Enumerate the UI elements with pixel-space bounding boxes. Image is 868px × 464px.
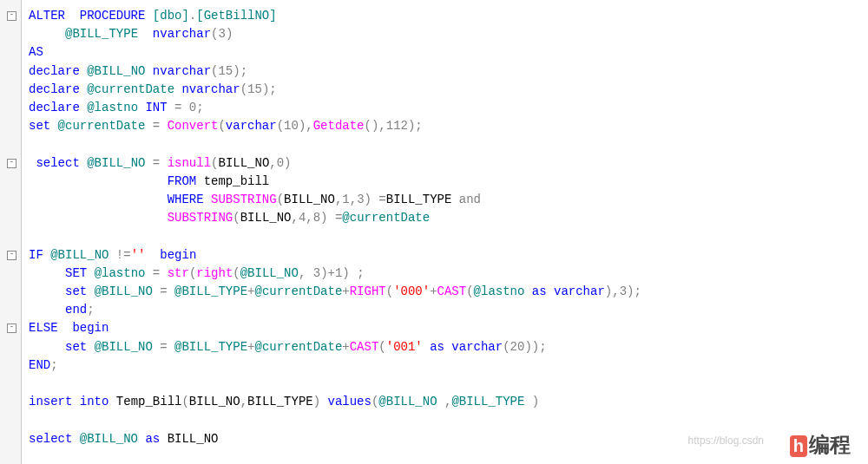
code-line[interactable]: declare @currentDate nvarchar(15);	[29, 81, 641, 99]
code-line[interactable]: AS	[29, 43, 641, 62]
brand-text: 编程	[809, 433, 851, 456]
code-editor: ---- ALTER PROCEDURE [dbo].[GetBillNO] @…	[0, 0, 868, 464]
code-area[interactable]: ALTER PROCEDURE [dbo].[GetBillNO] @BILL_…	[22, 0, 641, 464]
code-line[interactable]: declare @BILL_NO nvarchar(15);	[29, 62, 641, 81]
code-line[interactable]: select @BILL_NO = isnull(BILL_NO,0)	[29, 154, 641, 173]
code-line[interactable]: SET @lastno = str(right(@BILL_NO, 3)+1) …	[29, 265, 641, 283]
code-line[interactable]	[29, 375, 641, 393]
code-line[interactable]: set @currentDate = Convert(varchar(10),G…	[29, 117, 641, 135]
code-line[interactable]: WHERE SUBSTRING(BILL_NO,1,3) =BILL_TYPE …	[29, 191, 641, 209]
fold-toggle-icon[interactable]: -	[7, 251, 16, 260]
code-line[interactable]: select @BILL_NO as BILL_NO	[29, 430, 641, 448]
brand-logo-icon: h	[790, 435, 807, 457]
code-line[interactable]: set @BILL_NO = @BILL_TYPE+@currentDate+R…	[29, 283, 641, 301]
code-line[interactable]	[29, 135, 641, 154]
code-line[interactable]: declare @lastno INT = 0;	[29, 99, 641, 117]
code-line[interactable]: insert into Temp_Bill(BILL_NO,BILL_TYPE)…	[29, 393, 641, 411]
code-line[interactable]: set @BILL_NO = @BILL_TYPE+@currentDate+C…	[29, 338, 641, 356]
fold-toggle-icon[interactable]: -	[7, 323, 16, 333]
fold-toggle-icon[interactable]: -	[7, 11, 16, 21]
code-line[interactable]: IF @BILL_NO !='' begin	[29, 246, 641, 265]
code-line[interactable]: SUBSTRING(BILL_NO,4,8) =@currentDate	[29, 209, 641, 227]
brand-watermark: h编程	[790, 435, 851, 457]
code-line[interactable]	[29, 411, 641, 429]
source-url-watermark: https://blog.csdn	[688, 432, 764, 450]
code-line[interactable]: ALTER PROCEDURE [dbo].[GetBillNO]	[29, 7, 641, 25]
code-line[interactable]	[29, 227, 641, 245]
code-line[interactable]: FROM temp_bill	[29, 173, 641, 191]
code-line[interactable]: end;	[29, 301, 641, 319]
code-line[interactable]: @BILL_TYPE nvarchar(3)	[29, 25, 641, 43]
code-line[interactable]: END;	[29, 356, 641, 375]
fold-gutter: ----	[0, 0, 22, 464]
code-line[interactable]: ELSE begin	[29, 319, 641, 337]
fold-toggle-icon[interactable]: -	[7, 159, 16, 168]
